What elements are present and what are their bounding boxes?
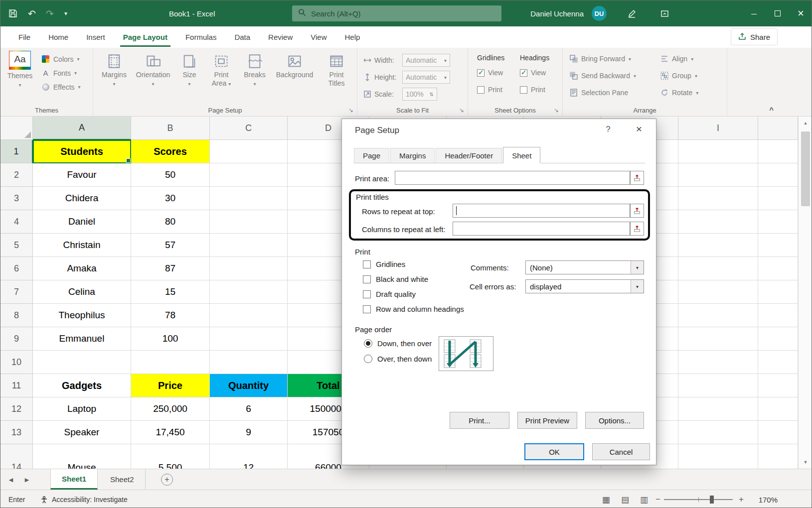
cell-x13[interactable] [758,421,798,444]
rows-repeat-input[interactable] [453,204,630,218]
menu-tab-file[interactable]: File [9,26,39,48]
cell-C7[interactable] [210,280,288,304]
cell-I4[interactable] [678,210,758,234]
row-header-3[interactable]: 3 [0,187,33,210]
effects-button[interactable]: Effects▾ [40,81,90,93]
black-and-white-checkbox[interactable]: Black and white [363,275,428,283]
dialog-close-icon[interactable]: × [630,123,648,138]
cell-B8[interactable]: 78 [131,304,210,327]
normal-view-icon[interactable]: ▦ [602,495,610,505]
vertical-scrollbar[interactable]: ▲ ▼ [798,117,812,469]
align-button[interactable]: Align▾ [660,55,693,63]
cell-x6[interactable] [758,257,798,280]
cell-A5[interactable]: Christain [33,234,131,257]
background-button[interactable]: Background [272,51,318,103]
sheet-nav-right-icon[interactable]: ▶ [19,469,34,490]
cell-B12[interactable]: 250,000 [131,397,210,421]
print-preview-button[interactable]: Print Preview [517,412,577,429]
select-all-corner[interactable] [0,117,33,140]
dialog-tab-page[interactable]: Page [354,148,389,163]
cell-C13[interactable]: 9 [210,421,288,444]
gridlines-view-checkbox[interactable]: View [477,69,503,77]
accessibility-status[interactable]: Accessibility: Investigate [40,490,128,508]
cell-A13[interactable]: Speaker [33,421,131,444]
scale-field[interactable]: 100%⇅ [402,88,437,101]
row-header-2[interactable]: 2 [0,163,33,187]
scale-dialog-launcher[interactable]: ↘ [459,107,464,114]
cell-I3[interactable] [678,187,758,210]
cell-I10[interactable] [678,351,758,374]
cell-B2[interactable]: 50 [131,163,210,187]
cell-C1[interactable] [210,140,288,163]
cell-A6[interactable]: Amaka [33,257,131,280]
cell-A9[interactable]: Emmanuel [33,327,131,351]
cancel-button[interactable]: Cancel [592,443,650,460]
cell-x5[interactable] [758,234,798,257]
customize-quick-access-icon[interactable]: ▾ [59,0,72,26]
menu-tab-data[interactable]: Data [225,26,259,48]
down-then-over-radio[interactable]: Down, then over [364,339,432,348]
cell-C5[interactable] [210,234,288,257]
row-header-4[interactable]: 4 [0,210,33,234]
page-layout-view-icon[interactable]: ▤ [621,495,629,505]
close-button[interactable]: × [789,0,812,26]
row-header-8[interactable]: 8 [0,304,33,327]
selection-pane-button[interactable]: Selection Pane [570,89,628,97]
zoom-level[interactable]: 170% [759,490,778,508]
column-header-I[interactable]: I [678,117,758,140]
cell-A8[interactable]: Theophilus [33,304,131,327]
cell-x12[interactable] [758,397,798,421]
cell-errors-dropdown[interactable]: displayed▾ [525,279,644,293]
sheet-nav-left-icon[interactable]: ◀ [3,469,18,490]
ink-pen-icon[interactable] [623,0,641,26]
dialog-tab-margins[interactable]: Margins [390,148,435,163]
margins-button[interactable]: Margins▾ [98,51,130,103]
cell-A11[interactable]: Gadgets [33,374,131,397]
width-field[interactable]: Automatic▾ [402,54,450,67]
cell-A10[interactable] [33,351,131,374]
sheet-options-dialog-launcher[interactable]: ↘ [554,107,559,114]
cell-A7[interactable]: Celina [33,280,131,304]
dialog-tab-sheet[interactable]: Sheet [503,147,540,163]
page-setup-dialog-launcher[interactable]: ↘ [348,107,353,114]
cell-C14[interactable]: 12 [210,444,288,469]
cell-I8[interactable] [678,304,758,327]
row-header-13[interactable]: 13 [0,421,33,444]
cell-C2[interactable] [210,163,288,187]
dialog-help-icon[interactable]: ? [601,125,615,137]
cols-repeat-input[interactable] [453,222,630,236]
zoom-slider-thumb[interactable] [710,496,714,504]
scroll-down-icon[interactable]: ▼ [799,456,812,469]
column-header-A[interactable]: A [33,117,131,140]
orientation-button[interactable]: Orientation▾ [132,51,174,103]
cell-B5[interactable]: 57 [131,234,210,257]
height-field[interactable]: Automatic▾ [402,71,450,84]
sheet-tab-sheet2[interactable]: Sheet2 [99,469,146,490]
cols-repeat-collapse-button[interactable] [630,222,644,236]
cell-B14[interactable]: 5,500 [131,444,210,469]
cell-x7[interactable] [758,280,798,304]
row-header-6[interactable]: 6 [0,257,33,280]
cell-I7[interactable] [678,280,758,304]
row-header-9[interactable]: 9 [0,327,33,351]
options-button[interactable]: Options... [585,412,644,429]
scroll-up-icon[interactable]: ▲ [799,117,812,129]
cell-A4[interactable]: Daniel [33,210,131,234]
zoom-slider[interactable] [664,499,733,500]
row-col-headings-checkbox[interactable]: Row and column headings [363,305,464,313]
ribbon-display-options-icon[interactable] [655,0,673,26]
cell-I9[interactable] [678,327,758,351]
column-header-C[interactable]: C [210,117,288,140]
save-icon[interactable] [4,0,21,26]
zoom-out-button[interactable]: − [655,490,660,508]
cell-B13[interactable]: 17,450 [131,421,210,444]
cell-B9[interactable]: 100 [131,327,210,351]
share-button[interactable]: Share [731,28,778,45]
column-header-B[interactable]: B [131,117,210,140]
print-area-button[interactable]: PrintArea ▾ [205,51,238,103]
menu-tab-view[interactable]: View [302,26,335,48]
vertical-scroll-thumb[interactable] [801,131,810,206]
search-input[interactable]: Search (Alt+Q) [292,5,501,21]
cell-B4[interactable]: 80 [131,210,210,234]
cell-I14[interactable] [678,444,758,469]
